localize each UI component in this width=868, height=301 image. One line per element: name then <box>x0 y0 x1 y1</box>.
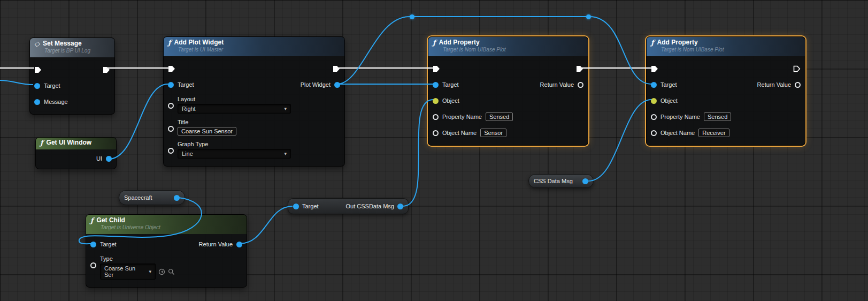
pin-label: Target <box>660 81 677 88</box>
data-wire <box>239 206 293 244</box>
function-icon: ƒ <box>168 39 171 46</box>
exec-in-pin[interactable] <box>168 65 175 72</box>
node-subtitle: Target is BP UI Log <box>44 48 110 54</box>
node-title: Add Property <box>439 39 480 46</box>
param-label: Title <box>178 119 236 125</box>
exec-out-pin[interactable] <box>576 65 583 72</box>
target-pin[interactable] <box>90 242 96 247</box>
node-get-child[interactable]: ƒ Get Child Target is Universe Object Ta… <box>86 214 247 288</box>
node-css-data-msg[interactable]: CSS Data Msg <box>528 174 594 188</box>
node-header[interactable]: ƒ Get Child Target is Universe Object <box>86 215 247 234</box>
pin-label: Target <box>178 81 194 88</box>
data-wire <box>588 100 651 181</box>
pin-label: Return Value <box>540 81 574 88</box>
out-cssdata-msg-pin[interactable] <box>397 204 403 209</box>
layout-dropdown[interactable]: Right ▾ <box>178 104 291 114</box>
target-pin[interactable] <box>34 83 40 89</box>
return-value-pin[interactable] <box>236 242 242 247</box>
node-add-property-1[interactable]: ƒ Add Property Target is Nom UIBase Plot… <box>428 36 588 146</box>
blueprint-canvas[interactable]: ◇ Set Message Target is BP UI Log Target… <box>0 0 868 301</box>
target-pin[interactable] <box>433 82 439 88</box>
object-pin[interactable] <box>651 98 657 104</box>
node-add-property-2[interactable]: ƒ Add Property Target is Nom UIBase Plot… <box>646 36 805 146</box>
node-header[interactable]: ƒ Get UI Window <box>36 138 116 149</box>
object-name-pin[interactable] <box>651 130 657 136</box>
variable-label: CSS Data Msg <box>534 178 579 184</box>
property-name-input[interactable]: Sensed <box>486 112 513 121</box>
node-spacecraft-variable[interactable]: Spacecraft <box>119 190 185 205</box>
use-selected-icon[interactable] <box>158 268 165 275</box>
node-get-ui-window[interactable]: ƒ Get UI Window UI <box>35 137 117 169</box>
node-subtitle: Target is Nom UIBase Plot <box>661 47 801 52</box>
node-css-out[interactable]: Target Out CSSData Msg <box>288 198 409 214</box>
object-pin[interactable] <box>433 98 439 104</box>
target-pin[interactable] <box>651 82 657 88</box>
function-icon: ƒ <box>90 217 94 224</box>
node-header[interactable]: ƒ Add Property Target is Nom UIBase Plot <box>428 37 588 56</box>
spacecraft-output-pin[interactable] <box>174 195 180 201</box>
exec-out-pin[interactable] <box>793 65 801 72</box>
browse-icon[interactable] <box>168 268 175 275</box>
node-set-message[interactable]: ◇ Set Message Target is BP UI Log Target… <box>29 37 115 115</box>
pin-label: Plot Widget <box>301 81 331 88</box>
target-pin[interactable] <box>293 204 299 209</box>
pin-label: Object <box>442 97 459 104</box>
node-title: Get UI Window <box>47 139 92 146</box>
node-header[interactable]: ◇ Set Message Target is BP UI Log <box>30 38 114 57</box>
exec-in-pin[interactable] <box>651 65 658 72</box>
variable-label: Spacecraft <box>124 194 171 201</box>
node-add-plot-widget[interactable]: ƒ Add Plot Widget Target is UI Master Ta… <box>163 36 345 167</box>
node-title: Add Property <box>657 39 698 46</box>
title-pin[interactable] <box>168 126 174 132</box>
property-name-pin[interactable] <box>433 114 439 120</box>
property-name-input[interactable]: Sensed <box>704 112 731 121</box>
exec-in-pin[interactable] <box>34 66 42 73</box>
pin-label: Object <box>660 97 678 104</box>
graph-type-dropdown[interactable]: Line ▾ <box>178 149 291 159</box>
exec-out-pin[interactable] <box>103 66 110 73</box>
data-wire <box>0 80 33 85</box>
pin-label: Target <box>44 82 60 89</box>
graph-type-pin[interactable] <box>168 148 174 154</box>
chevron-down-icon: ▾ <box>284 106 287 111</box>
node-title: Add Plot Widget <box>174 39 224 46</box>
pin-label: Return Value <box>757 81 791 88</box>
node-header[interactable]: ƒ Add Plot Widget Target is UI Master <box>164 37 344 56</box>
function-icon: ƒ <box>40 139 43 146</box>
return-value-pin[interactable] <box>578 82 583 88</box>
pin-label: Target <box>100 241 117 247</box>
type-dropdown[interactable]: Coarse Sun Ser ▾ <box>100 264 156 280</box>
pin-label: Property Name <box>660 114 700 120</box>
target-pin[interactable] <box>168 82 174 88</box>
ui-pin[interactable] <box>106 156 112 162</box>
css-data-msg-output-pin[interactable] <box>582 178 588 184</box>
node-subtitle: Target is Nom UIBase Plot <box>443 47 583 52</box>
node-title: Get Child <box>97 216 125 224</box>
data-wire <box>337 17 410 84</box>
object-name-pin[interactable] <box>433 130 439 136</box>
object-name-input[interactable]: Sensor <box>480 129 506 137</box>
reroute-node[interactable] <box>410 14 414 19</box>
node-title: Set Message <box>43 40 82 47</box>
plot-widget-pin[interactable] <box>334 82 340 88</box>
function-icon: ƒ <box>433 39 436 46</box>
type-pin[interactable] <box>90 262 96 268</box>
node-header[interactable]: ƒ Add Property Target is Nom UIBase Plot <box>647 37 805 56</box>
object-name-input[interactable]: Receiver <box>698 129 729 137</box>
pin-label: Out CSSData Msg <box>346 203 394 209</box>
title-input[interactable]: Coarse Sun Sensor <box>178 127 236 136</box>
pin-label: Target <box>442 81 459 88</box>
return-value-pin[interactable] <box>795 82 801 88</box>
function-icon: ƒ <box>651 39 654 46</box>
pin-label: Message <box>44 99 68 105</box>
exec-out-pin[interactable] <box>333 65 340 72</box>
data-wire <box>109 84 168 159</box>
message-pin[interactable] <box>34 99 40 105</box>
layout-pin[interactable] <box>168 103 174 109</box>
exec-in-pin[interactable] <box>433 65 440 72</box>
chevron-down-icon: ▾ <box>149 269 151 274</box>
property-name-pin[interactable] <box>651 114 657 120</box>
reroute-node[interactable] <box>586 14 591 19</box>
pin-label: Target <box>302 203 319 209</box>
dropdown-value: Right <box>182 106 196 112</box>
